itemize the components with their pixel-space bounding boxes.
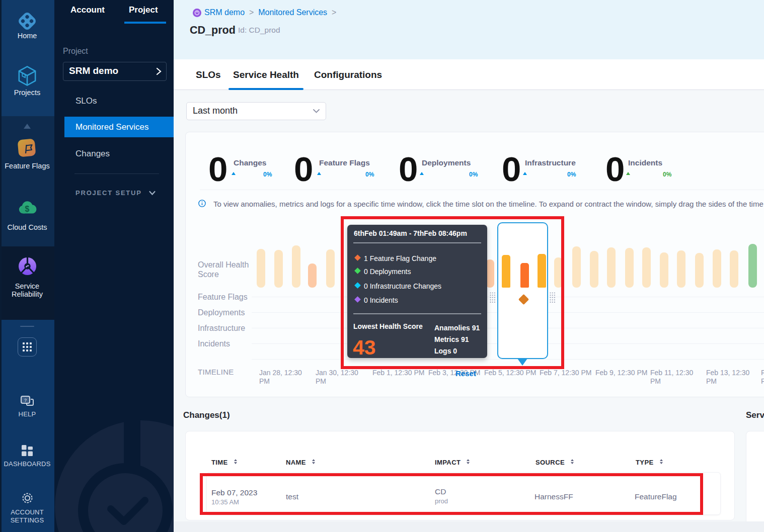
svg-text:$: $: [25, 205, 30, 213]
svg-text:?: ?: [24, 398, 27, 403]
